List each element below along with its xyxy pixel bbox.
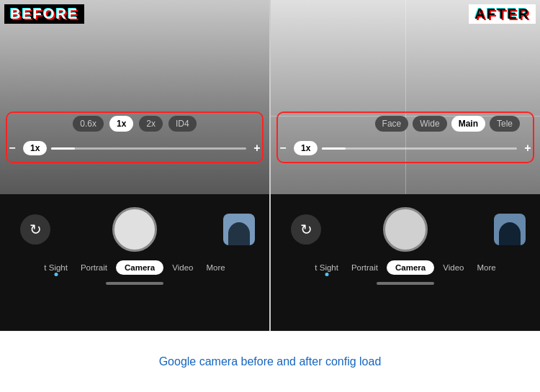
after-tab-camera[interactable]: Camera <box>387 260 434 275</box>
after-tab-sight[interactable]: t Sight <box>310 260 343 275</box>
zoom-btn-2x[interactable]: 2x <box>139 116 163 132</box>
before-tab-more[interactable]: More <box>202 260 229 275</box>
after-thumbnail-person <box>499 222 521 245</box>
zoom-btn-id4[interactable]: ID4 <box>168 116 197 132</box>
after-tab-more[interactable]: More <box>472 260 500 275</box>
before-thumbnail-wrap <box>223 214 255 245</box>
after-thumbnail[interactable] <box>494 214 526 245</box>
before-zoom-slider-row: − 1x + <box>6 141 264 155</box>
after-tab-portrait[interactable]: Portrait <box>347 260 382 275</box>
zoom-btn-1x-active[interactable]: 1x <box>109 116 133 132</box>
before-slider-track[interactable] <box>51 147 246 150</box>
after-panel: AFTER Face Wide Main Tele − 1x + <box>271 0 540 331</box>
after-slider-track[interactable] <box>322 147 517 150</box>
after-slider-plus[interactable]: + <box>521 142 534 155</box>
before-tab-sight[interactable]: t Sight <box>40 260 72 275</box>
before-thumbnail-person <box>228 222 250 245</box>
after-label: AFTER <box>469 4 536 24</box>
after-mode-tabs: t Sight Portrait Camera Video More <box>271 257 540 278</box>
before-slider-plus[interactable]: + <box>251 142 264 155</box>
before-tab-portrait[interactable]: Portrait <box>76 260 112 275</box>
before-flip-wrap: ↻ <box>20 214 50 245</box>
after-thumbnail-wrap <box>494 214 526 245</box>
caption-area: Google camera before and after config lo… <box>0 331 540 392</box>
before-shutter-button[interactable] <box>112 207 157 252</box>
before-mode-tabs: t Sight Portrait Camera Video More <box>0 257 269 278</box>
after-zoom-indicator: 1x <box>294 141 318 155</box>
before-thumbnail[interactable] <box>223 214 255 245</box>
zoom-btn-face[interactable]: Face <box>375 116 409 132</box>
before-tab-camera[interactable]: Camera <box>116 260 163 275</box>
after-zoom-options: Face Wide Main Tele <box>271 116 540 132</box>
zoom-btn-wide[interactable]: Wide <box>413 116 446 132</box>
zoom-btn-tele[interactable]: Tele <box>490 116 520 132</box>
comparison-row: BEFORE 0.6x 1x 2x ID4 − 1x + <box>0 0 540 331</box>
after-tab-video[interactable]: Video <box>438 260 468 275</box>
before-zoom-indicator: 1x <box>23 141 47 155</box>
before-home-indicator <box>106 282 163 285</box>
after-bottom-controls: ↻ t Sight Portrait Camera <box>271 194 540 331</box>
before-viewfinder: BEFORE 0.6x 1x 2x ID4 − 1x + <box>0 0 269 331</box>
caption-text: Google camera before and after config lo… <box>159 355 382 368</box>
after-flip-camera-icon[interactable]: ↻ <box>291 214 321 245</box>
after-home-indicator <box>377 282 434 285</box>
after-viewfinder: AFTER Face Wide Main Tele − 1x + <box>271 0 540 331</box>
before-label: BEFORE <box>4 4 84 24</box>
after-shutter-area: ↻ <box>271 194 540 257</box>
zoom-btn-0.6x[interactable]: 0.6x <box>73 116 104 132</box>
before-shutter-area: ↻ <box>0 194 269 257</box>
before-flip-camera-icon[interactable]: ↻ <box>20 214 50 245</box>
main-container: BEFORE 0.6x 1x 2x ID4 − 1x + <box>0 0 540 392</box>
before-bottom-controls: ↻ t Sight Portrait Camera <box>0 194 269 331</box>
before-tab-video[interactable]: Video <box>168 260 197 275</box>
after-shutter-button[interactable] <box>383 207 428 252</box>
after-zoom-slider-row: − 1x + <box>276 141 534 155</box>
before-zoom-options: 0.6x 1x 2x ID4 <box>0 116 269 132</box>
after-slider-minus[interactable]: − <box>276 142 289 155</box>
before-panel: BEFORE 0.6x 1x 2x ID4 − 1x + <box>0 0 269 331</box>
after-flip-wrap: ↻ <box>291 214 321 245</box>
zoom-btn-main-active[interactable]: Main <box>451 116 485 132</box>
before-slider-minus[interactable]: − <box>6 142 19 155</box>
